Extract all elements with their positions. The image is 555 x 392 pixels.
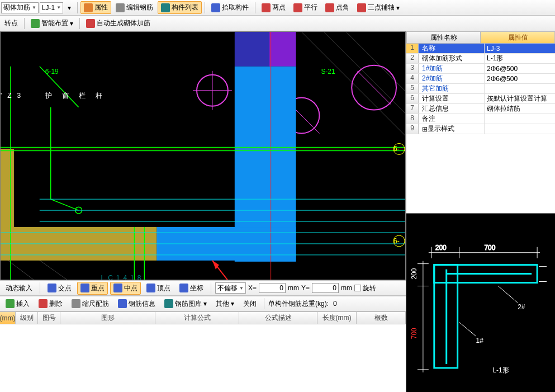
delete-button[interactable]: 删除 [35, 297, 66, 310]
svg-line-58 [459, 322, 476, 336]
property-row[interactable]: 8备注 [406, 114, 555, 124]
svg-text:1#: 1# [476, 337, 484, 344]
svg-text:6-: 6- [393, 145, 400, 153]
point-angle-button[interactable]: 点角 [322, 1, 353, 14]
svg-text:200: 200 [435, 244, 447, 252]
property-value[interactable]: 2Φ6@500 [485, 64, 555, 73]
toolbar-1: 砌体加筋▼ LJ-1▼ ▾ 属性 编辑钢筋 构件列表 拾取构件 两点 平行 点角… [0, 0, 555, 16]
property-value[interactable] [485, 84, 555, 93]
lib-icon [164, 299, 173, 308]
info-icon [118, 299, 127, 308]
dynamic-input-button[interactable]: 动态输入 [2, 282, 36, 295]
toolbar-2: 转点 智能布置▾ 自动生成砌体加筋 [0, 16, 555, 31]
rotate-checkbox[interactable]: 旋转 [354, 284, 376, 293]
svg-text:200: 200 [410, 268, 418, 279]
property-row[interactable]: 31#加筋2Φ6@500 [406, 64, 555, 74]
scale-rebar-button[interactable]: 缩尺配筋 [68, 297, 112, 310]
property-fill [406, 134, 555, 213]
more-dropdown[interactable]: ▾ [64, 2, 74, 13]
rebar-info-button[interactable]: 钢筋信息 [115, 297, 159, 310]
row-number: 3 [406, 64, 419, 73]
grid-header-shape[interactable]: 图形 [60, 312, 155, 324]
plus-icon [6, 299, 15, 308]
axis-label-s21: S-21 [321, 68, 335, 75]
property-value[interactable] [485, 124, 555, 134]
insert-button[interactable]: 插入 [2, 297, 33, 310]
property-rows: 1名称LJ-32砌体加筋形式L-1形31#加筋2Φ6@50042#加筋2Φ6@5… [406, 44, 555, 134]
svg-line-13 [357, 71, 391, 105]
member-dropdown[interactable]: LJ-1▼ [40, 2, 63, 13]
snap-perp[interactable]: 坐标 [176, 282, 207, 295]
svg-text:700: 700 [410, 328, 418, 339]
edit-rebar-button[interactable]: 编辑钢筋 [112, 1, 156, 14]
svg-text:2#: 2# [518, 303, 525, 311]
drawing-canvas[interactable]: 6-19 S-21 6- 6- 'Z3 护窗栏杆 LC1418 是把这个地方的长… [0, 31, 406, 280]
property-value[interactable]: 砌体拉结筋 [485, 104, 555, 114]
property-row[interactable]: 2砌体加筋形式L-1形 [406, 54, 555, 64]
row-number: 4 [406, 74, 419, 83]
grid-header-level[interactable]: 级别 [16, 312, 38, 324]
category-dropdown[interactable]: 砌体加筋▼ [1, 2, 39, 13]
grid-header-length[interactable]: 长度(mm) [317, 312, 357, 324]
property-key: 备注 [419, 114, 485, 124]
snap-toolbar: 动态输入 交点 重点 中点 顶点 坐标 不偏移▼ X= mm Y= mm 旋转 [0, 280, 406, 296]
grid-header-desc[interactable]: 公式描述 [239, 312, 317, 324]
snap-vertex[interactable]: 顶点 [143, 282, 174, 295]
other-button[interactable]: 其他▾ [212, 297, 238, 310]
pencil-icon [116, 3, 125, 12]
property-row[interactable]: 42#加筋2Φ6@500 [406, 74, 555, 84]
auto-generate-button[interactable]: 自动生成砌体加筋 [83, 17, 154, 30]
close-button[interactable]: 关闭 [240, 297, 260, 310]
property-row[interactable]: 7汇总信息砌体拉结筋 [406, 104, 555, 114]
property-row[interactable]: 5其它加筋 [406, 84, 555, 94]
snap-midpoint[interactable]: 重点 [77, 282, 108, 295]
property-row[interactable]: 1名称LJ-3 [406, 44, 555, 54]
vertex-icon [146, 284, 155, 292]
rotate-point-button[interactable]: 转点 [1, 17, 21, 30]
smart-icon [31, 19, 40, 28]
property-value[interactable]: LJ-3 [485, 44, 555, 53]
three-point-aux-button[interactable]: 三点辅轴▾ [354, 1, 403, 14]
property-value[interactable]: L-1形 [485, 54, 555, 63]
snap-center[interactable]: 中点 [110, 282, 141, 295]
rebar-grid: (mm) 级别 图号 图形 计算公式 公式描述 长度(mm) 根数 [0, 311, 406, 392]
row-number: 1 [406, 44, 419, 53]
property-row[interactable]: 6计算设置按默认计算设置计算 [406, 94, 555, 104]
x-unit: mm [288, 284, 299, 292]
drawing-text-z3: 'Z3 [1, 92, 26, 100]
two-point-icon [262, 3, 271, 12]
y-input[interactable] [312, 283, 339, 293]
property-key: 名称 [419, 44, 485, 53]
expand-icon[interactable]: ⊞ [422, 125, 428, 133]
attributes-button[interactable]: 属性 [80, 1, 111, 14]
member-list-button[interactable]: 构件列表 [158, 1, 202, 14]
property-value[interactable] [485, 114, 555, 124]
property-value[interactable]: 按默认计算设置计算 [485, 94, 555, 103]
shape-diagram: 200 700 200 700 [406, 213, 555, 392]
smart-place-button[interactable]: 智能布置▾ [27, 17, 77, 30]
property-key: 2#加筋 [419, 74, 485, 83]
parallel-button[interactable]: 平行 [290, 1, 321, 14]
property-header-value: 属性值 [481, 31, 555, 44]
grid-header-figno[interactable]: 图号 [38, 312, 60, 324]
property-key: ⊞ 显示样式 [419, 124, 485, 134]
svg-text:6-: 6- [393, 237, 400, 245]
svg-text:700: 700 [484, 244, 495, 252]
two-point-button[interactable]: 两点 [258, 1, 289, 14]
offset-dropdown[interactable]: 不偏移▼ [215, 282, 246, 294]
svg-line-0 [302, 32, 405, 135]
x-input[interactable] [259, 283, 286, 293]
row-number: 5 [406, 84, 419, 93]
snap-intersect[interactable]: 交点 [44, 282, 75, 295]
property-row[interactable]: 9⊞ 显示样式 [406, 124, 555, 134]
grid-header-count[interactable]: 根数 [357, 312, 406, 324]
attributes-icon [84, 3, 93, 12]
svg-line-57 [498, 286, 518, 303]
grid-header-formula[interactable]: 计算公式 [155, 312, 239, 324]
pick-member-button[interactable]: 拾取构件 [208, 1, 252, 14]
drawing-lc-label: LC1418 [101, 274, 145, 280]
grid-body[interactable] [0, 324, 406, 388]
rebar-library-button[interactable]: 钢筋图库▾ [161, 297, 210, 310]
scale-icon [72, 299, 80, 308]
property-value[interactable]: 2Φ6@500 [485, 74, 555, 83]
